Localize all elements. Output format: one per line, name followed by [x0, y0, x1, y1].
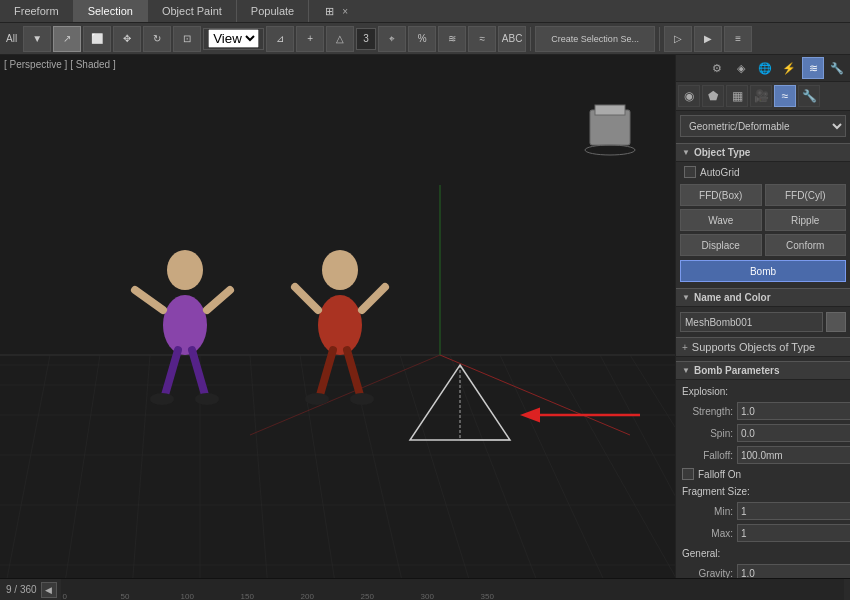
snap4-btn[interactable]: ≋ [438, 26, 466, 52]
svg-rect-25 [595, 105, 625, 115]
snap-btn[interactable]: + [296, 26, 324, 52]
gravity-input[interactable] [737, 564, 850, 578]
min-row: Min: ▲ ▼ [676, 500, 850, 522]
panel-icon-util[interactable]: 🔧 [826, 57, 848, 79]
bomb-btn-container: Bomb [676, 260, 850, 286]
menu-object-paint[interactable]: Object Paint [148, 0, 237, 22]
bomb-params-arrow: ▼ [682, 366, 690, 375]
falloff-label: Falloff: [678, 450, 733, 461]
panel-dropdown-container: Geometric/Deformable [680, 115, 846, 137]
layer-btn[interactable]: ABC [498, 26, 526, 52]
object-type-label: Object Type [694, 147, 751, 158]
menu-populate[interactable]: Populate [237, 0, 309, 22]
panel-icon-settings[interactable]: ⚙ [706, 57, 728, 79]
falloff-on-label[interactable]: Falloff On [682, 468, 741, 480]
min-input[interactable] [737, 502, 850, 520]
filter-btn[interactable]: ▼ [23, 26, 51, 52]
sub-icon-3[interactable]: ▦ [726, 85, 748, 107]
panel-icon-render[interactable]: ◈ [730, 57, 752, 79]
bomb-btn[interactable]: Bomb [680, 260, 846, 282]
main-area: [ Perspective ] [ Shaded ] [0, 55, 850, 578]
render2-btn[interactable]: ▶ [694, 26, 722, 52]
falloff-on-checkbox[interactable] [682, 468, 694, 480]
min-label: Min: [678, 506, 733, 517]
viewport-grid [0, 55, 675, 578]
name-input[interactable] [680, 312, 823, 332]
sub-icon-5-active[interactable]: ≈ [774, 85, 796, 107]
rect-select-btn[interactable]: ⬜ [83, 26, 111, 52]
select-btn[interactable]: ↗ [53, 26, 81, 52]
sub-icon-4[interactable]: 🎥 [750, 85, 772, 107]
ref-btn[interactable]: ⊿ [266, 26, 294, 52]
ruler-50: 50 [121, 592, 130, 601]
scale-btn[interactable]: ⊡ [173, 26, 201, 52]
snap3-btn[interactable]: % [408, 26, 436, 52]
name-color-row [676, 309, 850, 335]
ruler-100: 100 [181, 592, 194, 601]
ruler-0: 0 [63, 592, 67, 601]
menu-tab-extra[interactable]: ⊞ × [309, 0, 364, 22]
viewport[interactable]: [ Perspective ] [ Shaded ] [0, 55, 675, 578]
ruler-250: 250 [361, 592, 374, 601]
falloff-on-row: Falloff On [676, 466, 850, 482]
sub-icon-6[interactable]: 🔧 [798, 85, 820, 107]
ffd-box-btn[interactable]: FFD(Box) [680, 184, 762, 206]
render3-btn[interactable]: ≡ [724, 26, 752, 52]
autogrid-checkbox-label[interactable]: AutoGrid [684, 166, 739, 178]
timeline-ruler[interactable]: 0 50 100 150 200 250 300 350 [61, 579, 844, 601]
explosion-container: Explosion: [676, 382, 850, 400]
strength-input[interactable] [737, 402, 850, 420]
svg-point-33 [150, 393, 174, 405]
spin-input[interactable] [737, 424, 850, 442]
anim-btn[interactable]: ≈ [468, 26, 496, 52]
general-container: General: [676, 544, 850, 562]
falloff-on-text: Falloff On [698, 469, 741, 480]
panel-icon-effects[interactable]: ⚡ [778, 57, 800, 79]
object-buttons-grid: FFD(Box) FFD(Cyl) Wave Ripple Displace C… [676, 180, 850, 260]
object-type-header[interactable]: ▼ Object Type [676, 143, 850, 162]
color-swatch[interactable] [826, 312, 846, 332]
name-color-header[interactable]: ▼ Name and Color [676, 288, 850, 307]
svg-point-36 [318, 295, 362, 355]
create-selection-btn[interactable]: Create Selection Se... [535, 26, 655, 52]
right-panel: ⚙ ◈ 🌐 ⚡ ≋ 🔧 ◉ ⬟ ▦ 🎥 ≈ 🔧 Geometric/Deform… [675, 55, 850, 578]
move-btn[interactable]: ✥ [113, 26, 141, 52]
frame-count: 9 / 360 [6, 584, 37, 595]
ruler-350: 350 [481, 592, 494, 601]
prev-frame-btn[interactable]: ◀ [41, 582, 57, 598]
max-input[interactable] [737, 524, 850, 542]
sep2 [659, 27, 660, 51]
strength-row: Strength: ▲ ▼ [676, 400, 850, 422]
falloff-input[interactable] [737, 446, 850, 464]
top-menu-bar: Freeform Selection Object Paint Populate… [0, 0, 850, 23]
rotate-btn[interactable]: ↻ [143, 26, 171, 52]
panel-icon-env[interactable]: 🌐 [754, 57, 776, 79]
panel-icon-active[interactable]: ≋ [802, 57, 824, 79]
wave-btn[interactable]: Wave [680, 209, 762, 231]
supports-header[interactable]: + Supports Objects of Type [676, 337, 850, 357]
fragment-size-container: Fragment Size: [676, 482, 850, 500]
render1-btn[interactable]: ▷ [664, 26, 692, 52]
name-color-arrow: ▼ [682, 293, 690, 302]
ffd-cyl-btn[interactable]: FFD(Cyl) [765, 184, 847, 206]
sep1 [530, 27, 531, 51]
autogrid-checkbox[interactable] [684, 166, 696, 178]
falloff-row: Falloff: ▲ ▼ [676, 444, 850, 466]
displace-btn[interactable]: Displace [680, 234, 762, 256]
bomb-params-header[interactable]: ▼ Bomb Parameters [676, 361, 850, 380]
ripple-btn[interactable]: Ripple [765, 209, 847, 231]
sub-icon-2[interactable]: ⬟ [702, 85, 724, 107]
menu-freeform[interactable]: Freeform [0, 0, 74, 22]
svg-point-42 [350, 393, 374, 405]
geometric-dropdown[interactable]: Geometric/Deformable [680, 115, 846, 137]
menu-selection[interactable]: Selection [74, 0, 148, 22]
conform-btn[interactable]: Conform [765, 234, 847, 256]
view-select[interactable]: View [203, 28, 264, 50]
align-btn[interactable]: △ [326, 26, 354, 52]
sub-icon-1[interactable]: ◉ [678, 85, 700, 107]
svg-point-41 [305, 393, 329, 405]
snap2-btn[interactable]: ⌖ [378, 26, 406, 52]
svg-point-28 [163, 295, 207, 355]
svg-point-34 [195, 393, 219, 405]
arrow-icon: ▼ [682, 148, 690, 157]
